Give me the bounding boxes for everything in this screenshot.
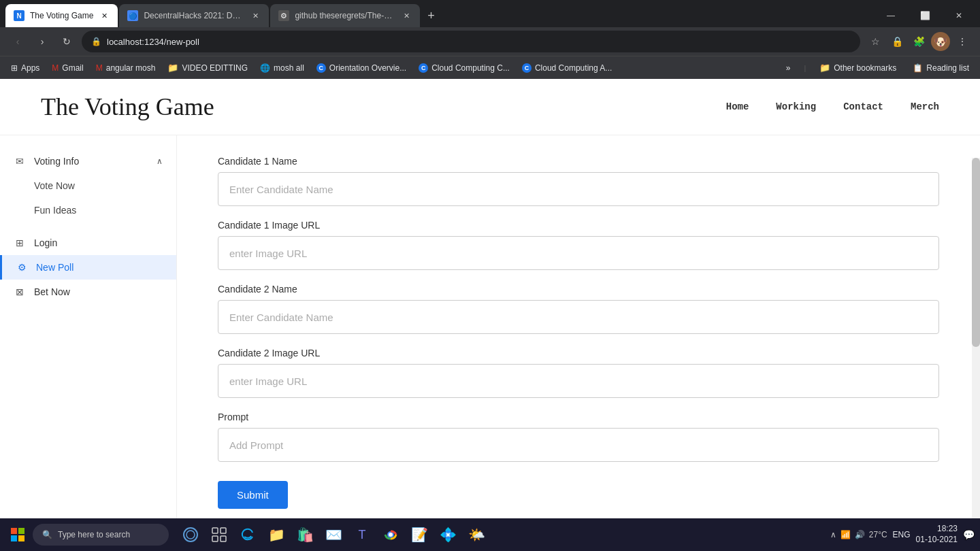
temp-display[interactable]: 27°C <box>869 530 887 539</box>
profile-lock-icon[interactable]: 🔒 <box>887 32 906 51</box>
taskbar-app-teams[interactable]: T <box>348 521 376 548</box>
tab-3[interactable]: ⚙ github theseregrets/The-Voting-Game-c … <box>270 4 420 27</box>
taskbar-time[interactable]: 18:23 01-10-2021 <box>916 524 958 545</box>
nav-working[interactable]: Working <box>776 101 816 112</box>
bookmark-orientation-label: Orientation Overvie... <box>329 63 406 73</box>
network-icon[interactable]: 📶 <box>840 530 851 539</box>
taskbar-app-edge[interactable] <box>234 521 261 548</box>
content-area: Candidate 1 Name Candidate 1 Image URL C… <box>177 135 980 551</box>
taskbar-app-mail[interactable]: ✉️ <box>320 521 347 548</box>
scrollbar-thumb[interactable] <box>972 158 980 347</box>
tab-2[interactable]: 🔵 DecentralHacks 2021: Dashboard ✕ <box>119 4 269 27</box>
sidebar-section-voting-info: ✉ Voting Info ∧ Vote Now Fun Ideas <box>0 149 176 228</box>
forward-button[interactable]: › <box>33 32 52 51</box>
taskbar-app-sticky[interactable]: 📝 <box>406 521 433 548</box>
taskbar-app-files[interactable]: 📁 <box>263 521 290 548</box>
bookmark-cloud-computing-a[interactable]: C Cloud Computing A... <box>517 61 617 75</box>
system-tray-expand[interactable]: ∧ <box>830 530 836 539</box>
nav-contact[interactable]: Contact <box>843 101 883 112</box>
extensions-icon[interactable]: 🧩 <box>909 32 928 51</box>
tab-1-close[interactable]: ✕ <box>99 10 110 21</box>
tab-3-close[interactable]: ✕ <box>401 10 412 21</box>
window-controls: — ⬜ ✕ <box>875 4 975 27</box>
sidebar-item-new-poll[interactable]: ⚙ New Poll <box>0 255 176 280</box>
tab-2-favicon: 🔵 <box>127 10 138 21</box>
candidate1-image-label: Candidate 1 Image URL <box>218 220 939 231</box>
start-button[interactable] <box>5 522 30 547</box>
bookmark-cloud-c-label: Cloud Computing C... <box>431 63 510 73</box>
bookmark-cloud-a-label: Cloud Computing A... <box>535 63 612 73</box>
tab-1-title: The Voting Game <box>30 11 93 20</box>
back-button[interactable]: ‹ <box>8 32 27 51</box>
taskbar-app-cortana[interactable] <box>177 521 204 548</box>
sidebar-section-voting-info-header[interactable]: ✉ Voting Info ∧ <box>0 149 176 173</box>
url-box[interactable]: 🔒 localhost:1234/new-poll <box>82 31 860 52</box>
bookmark-gmail[interactable]: M Gmail <box>46 61 88 75</box>
close-button[interactable]: ✕ <box>943 4 975 27</box>
vscode-icon: 💠 <box>440 527 457 543</box>
taskbar-app-store[interactable]: 🛍️ <box>291 521 318 548</box>
toolbar-icons: ☆ 🔒 🧩 🐶 ⋮ <box>866 32 972 51</box>
folder-icon: 📁 <box>167 63 178 73</box>
sidebar-item-vote-now[interactable]: Vote Now <box>0 173 176 198</box>
candidate2-name-input[interactable] <box>218 300 939 334</box>
new-tab-button[interactable]: + <box>421 6 440 25</box>
tab-2-close[interactable]: ✕ <box>250 10 261 21</box>
bookmark-orientation[interactable]: C Orientation Overvie... <box>311 61 412 75</box>
bookmark-cloud-computing-c[interactable]: C Cloud Computing C... <box>413 61 515 75</box>
main-layout: ✉ Voting Info ∧ Vote Now Fun Ideas ⊞ Log… <box>0 135 980 551</box>
bookmark-angular-mosh[interactable]: M angular mosh <box>91 61 161 75</box>
profile-avatar[interactable]: 🐶 <box>931 32 950 51</box>
submit-button[interactable]: Submit <box>218 481 288 509</box>
voting-info-chevron: ∧ <box>157 156 163 166</box>
app-header: The Voting Game Home Working Contact Mer… <box>0 79 980 135</box>
login-icon: ⊞ <box>14 237 26 248</box>
sidebar-item-login[interactable]: ⊞ Login <box>0 231 176 255</box>
bookmark-more-button[interactable]: » <box>781 61 796 75</box>
taskbar-app-vscode[interactable]: 💠 <box>434 521 461 548</box>
sidebar-item-fun-ideas[interactable]: Fun Ideas <box>0 198 176 222</box>
tab-1[interactable]: N The Voting Game ✕ <box>5 4 118 27</box>
form-group-candidate2-name: Candidate 2 Name <box>218 284 939 334</box>
taskbar-app-weather[interactable]: 🌤️ <box>463 521 490 548</box>
nav-home[interactable]: Home <box>726 101 749 112</box>
other-bookmarks-folder-icon: 📁 <box>819 63 830 73</box>
more-label: » <box>786 63 791 73</box>
windows-logo-icon <box>11 528 24 541</box>
svg-point-4 <box>184 528 197 541</box>
svg-point-11 <box>389 533 393 537</box>
taskbar-app-chrome[interactable] <box>377 521 404 548</box>
bookmark-apps[interactable]: ⊞ Apps <box>5 61 45 75</box>
bookmark-star-icon[interactable]: ☆ <box>866 32 885 51</box>
teams-icon: T <box>359 528 366 542</box>
sidebar-item-bet-now[interactable]: ⊠ Bet Now <box>0 280 176 304</box>
apps-icon: ⊞ <box>11 63 18 73</box>
cortana-icon <box>182 527 199 543</box>
taskbar-search[interactable]: 🔍 Type here to search <box>33 524 169 546</box>
task-view-icon <box>212 527 227 542</box>
refresh-button[interactable]: ↻ <box>57 32 76 51</box>
maximize-button[interactable]: ⬜ <box>909 4 941 27</box>
sticky-notes-icon: 📝 <box>411 527 428 543</box>
new-poll-icon: ⚙ <box>16 262 28 273</box>
reading-list[interactable]: 📋 Reading list <box>907 61 975 75</box>
nav-merch[interactable]: Merch <box>911 101 939 112</box>
notifications-icon[interactable]: 💬 <box>963 529 975 540</box>
other-bookmarks[interactable]: 📁 Other bookmarks <box>814 61 902 75</box>
menu-icon[interactable]: ⋮ <box>953 32 972 51</box>
candidate2-image-input[interactable] <box>218 364 939 398</box>
svg-rect-0 <box>11 528 17 534</box>
candidate1-image-input[interactable] <box>218 236 939 270</box>
scrollbar[interactable] <box>972 158 980 551</box>
taskbar-app-task-view[interactable] <box>206 521 233 548</box>
prompt-input[interactable] <box>218 428 939 462</box>
browser-chrome: N The Voting Game ✕ 🔵 DecentralHacks 202… <box>0 0 980 79</box>
bookmark-mosh-all[interactable]: 🌐 mosh all <box>255 61 310 75</box>
svg-rect-3 <box>18 535 24 541</box>
candidate1-name-input[interactable] <box>218 172 939 206</box>
gmail-icon: M <box>52 63 59 73</box>
svg-rect-9 <box>220 536 226 541</box>
minimize-button[interactable]: — <box>875 4 906 27</box>
bookmark-video-editing[interactable]: 📁 VIDEO EDITTING <box>162 61 253 75</box>
volume-icon[interactable]: 🔊 <box>855 530 865 539</box>
